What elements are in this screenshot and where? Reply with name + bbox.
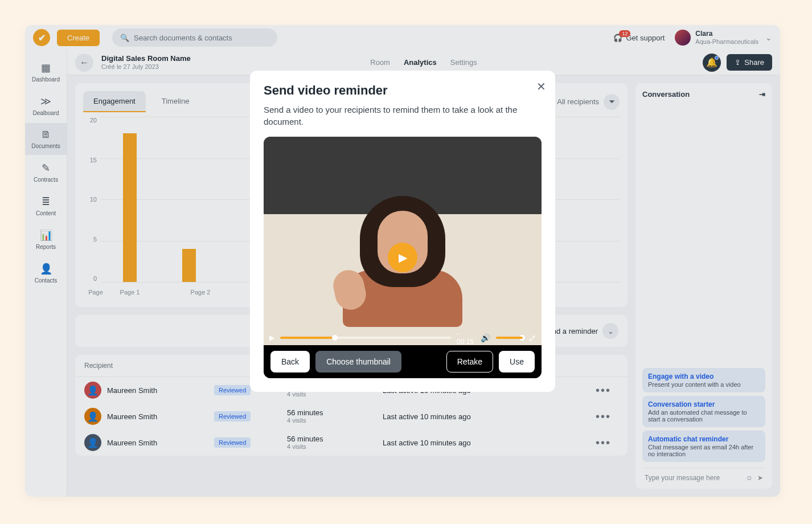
modal-description: Send a video to your recipients to remin… bbox=[264, 104, 542, 128]
choose-thumbnail-button[interactable]: Choose thumbnail bbox=[315, 351, 401, 372]
close-button[interactable]: ✕ bbox=[536, 80, 546, 93]
volume-icon[interactable]: 🔊 bbox=[481, 333, 490, 342]
video-scrubber[interactable] bbox=[280, 337, 451, 339]
volume-slider[interactable] bbox=[496, 337, 523, 339]
video-time: - 00:15 bbox=[457, 330, 475, 346]
retake-button[interactable]: Retake bbox=[446, 351, 493, 372]
video-controls: ▶ - 00:15 🔊 ⤢ bbox=[264, 330, 542, 345]
play-button[interactable]: ▶ bbox=[388, 243, 417, 272]
back-button[interactable]: Back bbox=[270, 351, 310, 372]
video-play-icon[interactable]: ▶ bbox=[269, 334, 274, 342]
modal-overlay: ✕ Send video reminder Send a video to yo… bbox=[25, 25, 780, 497]
video-preview: ▶ ▶ - 00:15 🔊 ⤢ Back Choose thumbnail bbox=[264, 137, 542, 378]
send-video-reminder-modal: ✕ Send video reminder Send a video to yo… bbox=[250, 71, 555, 392]
use-button[interactable]: Use bbox=[499, 351, 535, 372]
fullscreen-icon[interactable]: ⤢ bbox=[528, 333, 536, 343]
modal-title: Send video reminder bbox=[264, 83, 542, 98]
app-frame: ✔ Create 🔍 Search documents & contacts 🎧… bbox=[25, 25, 780, 497]
